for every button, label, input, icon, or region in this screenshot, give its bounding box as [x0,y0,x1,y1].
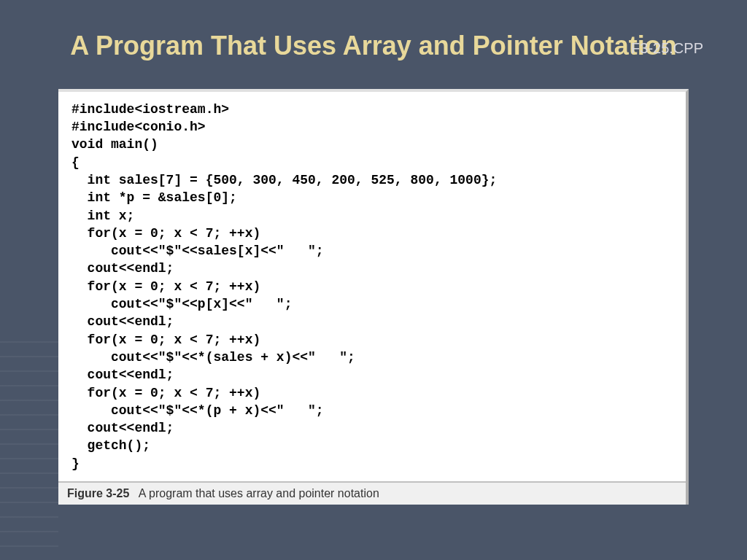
filename-label: F3-25.CPP [631,40,703,57]
background-decoration [0,341,58,560]
caption-text: A program that uses array and pointer no… [139,487,379,499]
slide: A Program That Uses Array and Pointer No… [0,0,747,560]
code-container: #include<iostream.h> #include<conio.h> v… [58,89,689,505]
figure-caption: Figure 3-25 A program that uses array an… [58,481,686,505]
caption-label: Figure 3-25 [67,487,129,499]
slide-title: A Program That Uses Array and Pointer No… [36,29,711,63]
code-block: #include<iostream.h> #include<conio.h> v… [58,92,686,481]
header-row: A Program That Uses Array and Pointer No… [36,29,711,63]
